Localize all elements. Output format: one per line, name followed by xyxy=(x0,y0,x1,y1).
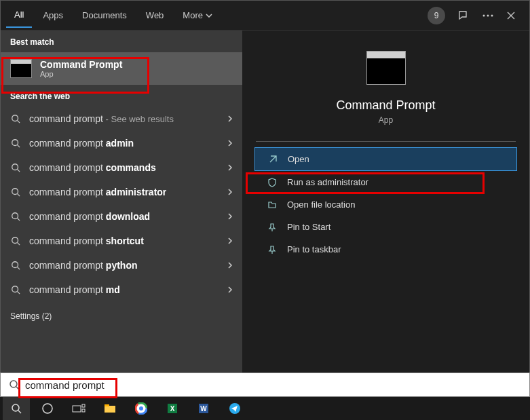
tab-web[interactable]: Web xyxy=(138,3,172,27)
pin-icon xyxy=(267,223,278,232)
web-result-item[interactable]: command prompt commands xyxy=(1,155,242,180)
svg-point-0 xyxy=(483,14,485,16)
result-text: command prompt md xyxy=(29,284,219,295)
taskbar-excel-icon[interactable]: X xyxy=(159,397,186,420)
search-icon xyxy=(10,187,21,197)
tab-apps[interactable]: Apps xyxy=(35,3,71,27)
taskbar-word-icon[interactable]: W xyxy=(190,397,217,420)
detail-panel: Command Prompt App Open Run as administr… xyxy=(242,31,529,386)
svg-rect-18 xyxy=(105,404,109,406)
web-result-item[interactable]: command prompt - See web results xyxy=(1,107,242,131)
feedback-icon[interactable] xyxy=(457,9,470,22)
action-pin-taskbar[interactable]: Pin to taskbar xyxy=(254,238,517,261)
chevron-right-icon xyxy=(227,212,233,221)
chevron-down-icon xyxy=(206,14,212,18)
svg-point-3 xyxy=(12,115,18,121)
taskbar-chrome-icon[interactable] xyxy=(128,397,155,420)
svg-point-10 xyxy=(12,286,18,292)
web-result-item[interactable]: command prompt python xyxy=(1,253,242,278)
search-icon xyxy=(10,212,21,221)
svg-point-11 xyxy=(10,381,17,387)
taskbar-cortana-icon[interactable] xyxy=(34,397,61,420)
settings-header[interactable]: Settings (2) xyxy=(1,302,242,326)
svg-text:X: X xyxy=(170,405,175,413)
search-icon xyxy=(10,285,21,294)
svg-point-9 xyxy=(12,262,18,268)
web-result-item[interactable]: command prompt admin xyxy=(1,131,242,155)
result-text: command prompt python xyxy=(29,260,219,271)
action-pin-start[interactable]: Pin to Start xyxy=(254,216,517,238)
svg-point-5 xyxy=(12,164,18,170)
chevron-right-icon xyxy=(227,115,233,123)
svg-point-8 xyxy=(12,237,18,244)
search-input[interactable] xyxy=(25,379,521,391)
chevron-right-icon xyxy=(227,139,233,147)
svg-point-4 xyxy=(12,140,18,146)
best-match-sub: App xyxy=(40,70,122,78)
result-text: command prompt admin xyxy=(29,138,219,149)
web-result-item[interactable]: command prompt md xyxy=(1,278,242,302)
web-header: Search the web xyxy=(1,85,242,107)
command-prompt-icon-large xyxy=(366,51,406,85)
web-result-item[interactable]: command prompt shortcut xyxy=(1,229,242,253)
tab-all[interactable]: All xyxy=(6,3,32,28)
detail-title: Command Prompt xyxy=(254,98,517,113)
svg-rect-14 xyxy=(73,406,81,412)
action-open-location[interactable]: Open file location xyxy=(254,193,517,216)
close-icon[interactable] xyxy=(506,11,516,20)
result-text: command prompt - See web results xyxy=(29,113,219,124)
best-match-title: Command Prompt xyxy=(40,59,122,70)
taskbar-explorer-icon[interactable] xyxy=(96,397,124,420)
search-icon xyxy=(10,114,21,123)
svg-rect-15 xyxy=(82,404,85,407)
result-text: command prompt administrator xyxy=(29,187,219,197)
tab-documents[interactable]: Documents xyxy=(74,3,135,27)
divider xyxy=(256,141,516,142)
tab-more[interactable]: More xyxy=(174,3,221,27)
folder-icon xyxy=(267,200,278,210)
svg-point-13 xyxy=(43,404,52,413)
chevron-right-icon xyxy=(227,188,233,196)
results-panel: Best match Command Prompt App Search the… xyxy=(1,31,242,386)
action-open[interactable]: Open xyxy=(254,147,517,171)
more-options-icon[interactable] xyxy=(482,14,494,17)
svg-text:W: W xyxy=(200,405,207,413)
taskbar-search-icon[interactable] xyxy=(3,397,30,420)
command-prompt-icon xyxy=(10,59,32,78)
taskbar-taskview-icon[interactable] xyxy=(65,397,92,420)
taskbar: X W xyxy=(0,397,530,420)
taskbar-telegram-icon[interactable] xyxy=(221,397,248,420)
result-text: command prompt shortcut xyxy=(29,235,219,246)
chevron-right-icon xyxy=(227,261,233,269)
search-tabs: All Apps Documents Web More 9 xyxy=(1,1,529,31)
open-icon xyxy=(267,155,278,164)
best-match-header: Best match xyxy=(1,31,242,52)
web-result-item[interactable]: command prompt administrator xyxy=(1,180,242,204)
search-icon xyxy=(10,236,21,246)
svg-point-1 xyxy=(487,14,489,16)
search-bar[interactable] xyxy=(0,373,530,397)
search-icon xyxy=(10,261,21,270)
web-result-item[interactable]: command prompt download xyxy=(1,204,242,229)
pin-icon xyxy=(267,245,278,254)
result-text: command prompt commands xyxy=(29,162,219,173)
search-icon xyxy=(9,379,20,390)
svg-rect-16 xyxy=(82,409,85,412)
chevron-right-icon xyxy=(227,286,233,294)
chevron-right-icon xyxy=(227,164,233,172)
chevron-right-icon xyxy=(227,237,233,245)
svg-point-12 xyxy=(12,404,19,411)
svg-point-6 xyxy=(12,189,18,195)
action-run-admin[interactable]: Run as administrator xyxy=(254,171,517,193)
result-text: command prompt download xyxy=(29,211,219,222)
shield-icon xyxy=(267,178,278,187)
rewards-badge[interactable]: 9 xyxy=(428,7,445,24)
svg-point-23 xyxy=(139,406,143,411)
svg-point-7 xyxy=(12,213,18,219)
svg-point-2 xyxy=(491,14,493,16)
detail-sub: App xyxy=(254,115,517,125)
best-match-item[interactable]: Command Prompt App xyxy=(1,52,242,85)
search-icon xyxy=(10,163,21,172)
search-icon xyxy=(10,138,21,148)
svg-rect-17 xyxy=(105,406,115,413)
